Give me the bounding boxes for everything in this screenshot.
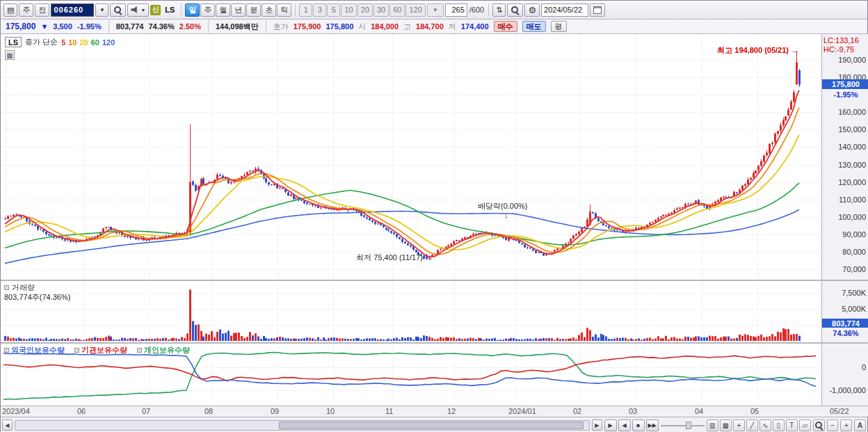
prev-button[interactable]: 전 <box>35 3 49 17</box>
calendar-button[interactable] <box>590 3 605 17</box>
week-button[interactable]: 주 <box>19 3 33 17</box>
tool-eraser-icon[interactable]: ▱ <box>799 419 811 431</box>
interval-button-10[interactable]: 10 <box>341 3 356 17</box>
interval-buttons: 13510203060120 <box>299 3 425 17</box>
annotation-high: 최고 194,800 (05/21) → <box>717 45 799 56</box>
separator <box>295 3 296 16</box>
volume-ratio: 74.36% <box>148 22 174 31</box>
stock-code-input[interactable] <box>51 3 94 17</box>
calendar-icon <box>593 6 602 14</box>
interval-button-1[interactable]: 1 <box>299 3 312 17</box>
price-axis-label: 150,000 <box>838 125 866 134</box>
current-price: 175,800 <box>6 22 35 31</box>
period-tab-주[interactable]: 주 <box>200 3 215 17</box>
interval-button-30[interactable]: 30 <box>373 3 389 17</box>
menu-icon: ▤ <box>7 6 14 15</box>
scroll-left-button[interactable]: ◀ <box>2 419 13 431</box>
lc-label: LC:133,16 <box>823 36 859 45</box>
sell-button[interactable]: 매도 <box>522 21 546 32</box>
change-arrow-icon: ▼ <box>40 22 48 31</box>
search-icon <box>113 6 122 15</box>
period-tab-년[interactable]: 년 <box>231 3 246 17</box>
price-change: 3,500 <box>53 22 72 31</box>
interval-dropdown[interactable]: ▼ <box>427 3 444 17</box>
chart-tools: ▥▦+╱∿▯T▱ <box>707 419 811 431</box>
interval-button-20[interactable]: 20 <box>357 3 373 17</box>
zoom-out-button[interactable]: − <box>827 419 839 431</box>
scroll-right-button[interactable]: ▶ <box>592 419 602 431</box>
tool-bar-style-icon[interactable]: ▯ <box>773 419 785 431</box>
play-button[interactable]: ▶ <box>604 419 617 431</box>
period-tabs: 일주월년분초틱 <box>185 3 291 17</box>
arrow-right-icon: → <box>424 253 433 263</box>
price-change-pct: -1.95% <box>77 22 102 31</box>
price-axis-label: 100,000 <box>838 213 866 221</box>
period-tab-일[interactable]: 일 <box>185 3 200 17</box>
period-tab-월[interactable]: 월 <box>216 3 230 17</box>
scrollbar-thumb[interactable] <box>279 422 583 429</box>
mini-grid-icon[interactable]: ▦ <box>5 50 15 60</box>
magnifier-icon <box>511 6 520 15</box>
chart-menu-button[interactable]: ▤ <box>3 3 17 17</box>
chart-zoom-button[interactable] <box>507 3 523 17</box>
period-tab-초[interactable]: 초 <box>262 3 276 17</box>
interval-button-120[interactable]: 120 <box>405 3 425 17</box>
period-tab-틱[interactable]: 틱 <box>277 3 291 17</box>
tool-crosshair-icon[interactable]: + <box>733 419 745 431</box>
slider-thumb[interactable] <box>686 422 691 429</box>
annotation-exdiv-arrow: ↓ <box>504 211 508 219</box>
annotation-exdiv-text: 배당락(0.00%) <box>478 201 528 211</box>
interval-button-5[interactable]: 5 <box>327 3 340 17</box>
auto-scale-button[interactable]: A <box>854 419 866 431</box>
stock-type-badge: 신 <box>150 5 161 15</box>
pane-splitter[interactable] <box>1 280 868 281</box>
compare-button[interactable]: ⇅ <box>492 3 506 17</box>
chart-legend: LS 종가 단순 5102060120 <box>5 37 118 47</box>
speaker-button[interactable]: ▼ <box>127 3 149 17</box>
speaker-icon <box>131 6 139 14</box>
current-volume-badge: 803,774 <box>822 319 868 328</box>
ma-legend-values: 5102060120 <box>61 38 118 47</box>
speed-slider[interactable] <box>661 419 705 431</box>
buy-button[interactable]: 매수 <box>494 21 517 32</box>
range-pct: 2.50% <box>179 22 201 31</box>
x-axis-label: 2023/04 <box>2 407 30 415</box>
date-input[interactable] <box>541 3 588 17</box>
x-axis-label: 07 <box>142 407 150 415</box>
tool-trendline-icon[interactable]: ╱ <box>746 419 758 431</box>
period-tab-분[interactable]: 분 <box>246 3 261 17</box>
trade-value: 144,098백만 <box>216 22 259 32</box>
separator <box>181 3 182 16</box>
fast-forward-button[interactable]: ▶▶ <box>646 419 659 431</box>
price-axis-label: 70,000 <box>842 265 866 273</box>
avg-button[interactable]: 평 <box>551 21 567 32</box>
price-axis-label: 80,000 <box>842 248 866 256</box>
step-back-button[interactable]: ◀ <box>618 419 631 431</box>
x-axis-right-label: 05/22 <box>830 407 849 415</box>
tool-grid-icon[interactable]: ▦ <box>720 419 732 431</box>
zoom-in-button[interactable]: + <box>840 419 852 431</box>
tool-wave-icon[interactable]: ∿ <box>760 419 771 431</box>
ma-legend-prefix: 종가 단순 <box>25 37 58 47</box>
tool-value-table-icon[interactable]: ▥ <box>707 419 718 431</box>
ownership-axis-label: -1,000,000 <box>829 386 866 394</box>
chart-scrollbar[interactable] <box>15 420 590 431</box>
interval-button-3[interactable]: 3 <box>313 3 326 17</box>
bars-count-input[interactable] <box>445 3 467 17</box>
ma-period-20: 20 <box>80 38 88 47</box>
stop-button[interactable]: ■ <box>632 419 645 431</box>
search-button[interactable] <box>110 3 126 17</box>
pane-splitter[interactable] <box>1 342 868 344</box>
quote-bar: 175,800 ▼ 3,500 -1.95% 803,774 74.36% 2.… <box>1 19 867 34</box>
price-axis-label: 190,000 <box>838 56 866 64</box>
volume-axis-label: 5,000K <box>842 305 866 313</box>
settings-button[interactable]: ⚙ <box>524 3 540 17</box>
bottom-toolbar: ◀ ▶ ▶◀■▶▶ ▥▦+╱∿▯T▱ − + A <box>1 417 867 432</box>
zoom-search-button[interactable] <box>813 419 825 431</box>
interval-button-60[interactable]: 60 <box>389 3 405 17</box>
ownership-legend-institution: 기관보유수량 <box>74 345 127 355</box>
code-dropdown-button[interactable]: ▼ <box>95 3 108 17</box>
volume-subtitle: 803,774주(74.36%) <box>4 292 70 303</box>
ma-period-120: 120 <box>102 38 115 47</box>
tool-text-tool-icon[interactable]: T <box>786 419 798 431</box>
